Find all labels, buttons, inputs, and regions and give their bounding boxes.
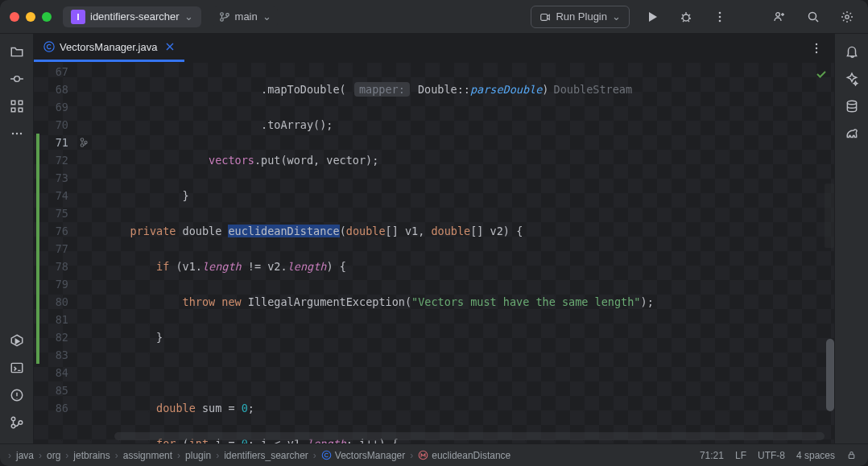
ai-assistant-tool-button[interactable]	[841, 68, 863, 90]
breadcrumb[interactable]: ›identifiers_searcher	[214, 450, 308, 461]
svg-point-7	[719, 19, 721, 22]
right-tool-strip	[834, 34, 868, 443]
java-class-icon	[43, 41, 55, 52]
svg-point-8	[776, 12, 780, 16]
editor-tab-active[interactable]: VectorsManager.java	[34, 34, 184, 62]
chevron-down-icon: ⌄	[612, 10, 621, 23]
svg-rect-15	[19, 108, 23, 112]
run-config-selector[interactable]: Run Plugin ⌄	[531, 6, 630, 28]
tab-filename: VectorsManager.java	[60, 41, 157, 53]
left-tool-strip	[0, 34, 34, 443]
git-branch-selector[interactable]: main ⌄	[213, 6, 278, 27]
svg-point-26	[816, 47, 817, 48]
svg-rect-14	[11, 108, 15, 112]
readonly-lock-icon[interactable]	[846, 450, 857, 460]
svg-point-6	[719, 15, 721, 18]
svg-rect-3	[541, 14, 548, 20]
chevron-down-icon: ⌄	[262, 10, 271, 23]
breadcrumb[interactable]: ›java	[6, 450, 34, 461]
run-config-icon	[539, 11, 551, 23]
debug-button[interactable]	[675, 6, 697, 28]
error-stripe[interactable]	[825, 184, 834, 248]
branch-icon	[219, 11, 230, 23]
analysis-ok-icon[interactable]	[815, 68, 828, 80]
code-editor[interactable]: 6768697071727374757677787980818283848586…	[34, 63, 834, 443]
svg-rect-19	[11, 363, 23, 372]
svg-point-0	[220, 12, 223, 15]
svg-rect-12	[11, 101, 15, 105]
structure-tool-button[interactable]	[6, 95, 28, 118]
svg-point-2	[225, 13, 229, 16]
horizontal-scrollbar[interactable]	[114, 432, 825, 440]
file-encoding[interactable]: UTF-8	[758, 450, 785, 461]
svg-point-21	[11, 417, 15, 421]
caret-position[interactable]: 71:21	[700, 450, 724, 461]
project-tool-button[interactable]	[6, 40, 28, 63]
code-with-me-button[interactable]	[768, 6, 791, 28]
svg-point-27	[816, 51, 817, 52]
run-config-label: Run Plugin	[556, 10, 607, 23]
tab-more-button[interactable]	[805, 37, 828, 60]
fold-gutter[interactable]	[76, 63, 101, 443]
svg-point-22	[11, 424, 15, 428]
svg-point-5	[719, 11, 721, 14]
breadcrumb[interactable]: ›plugin	[176, 450, 211, 461]
svg-point-9	[809, 12, 816, 19]
search-everywhere-button[interactable]	[802, 6, 825, 28]
more-tool-button[interactable]	[6, 122, 28, 145]
titlebar: I identifiers-searcher ⌄ main ⌄ Run Plug…	[0, 0, 868, 34]
terminal-tool-button[interactable]	[6, 357, 28, 379]
code-content[interactable]: .mapToDouble( mapper: Double::parseDoubl…	[101, 63, 834, 443]
vcs-tool-button[interactable]	[6, 411, 28, 434]
project-name: identifiers-searcher	[90, 10, 180, 23]
editor-tabs: VectorsManager.java	[34, 34, 834, 63]
breadcrumb[interactable]: ›assignment	[114, 450, 172, 461]
commit-tool-button[interactable]	[6, 68, 28, 90]
close-tab-button[interactable]	[165, 42, 175, 52]
svg-rect-13	[19, 101, 23, 105]
notifications-tool-button[interactable]	[841, 40, 863, 63]
status-bar: ›java ›org ›jetbrains ›assignment ›plugi…	[0, 443, 868, 466]
indent-widget[interactable]: 4 spaces	[796, 450, 835, 461]
svg-point-24	[44, 42, 54, 52]
svg-point-32	[322, 451, 331, 460]
more-actions-button[interactable]	[709, 6, 731, 28]
svg-rect-34	[849, 455, 854, 459]
line-number-gutter[interactable]: 6768697071727374757677787980818283848586	[39, 63, 76, 443]
run-button[interactable]	[641, 6, 663, 28]
svg-point-17	[15, 133, 17, 134]
database-tool-button[interactable]	[841, 95, 863, 118]
minimize-window-button[interactable]	[26, 12, 35, 22]
svg-point-25	[816, 43, 817, 44]
project-icon: I	[71, 10, 85, 24]
vertical-scrollbar[interactable]	[826, 339, 834, 411]
svg-point-4	[683, 14, 689, 21]
breadcrumb-class[interactable]: › VectorsManager	[312, 450, 405, 461]
gradle-tool-button[interactable]	[841, 122, 863, 145]
svg-point-10	[845, 14, 849, 18]
breadcrumb-method[interactable]: › euclideanDistance	[408, 450, 510, 461]
chevron-down-icon: ⌄	[184, 10, 193, 23]
svg-point-1	[220, 18, 223, 21]
svg-point-11	[14, 76, 19, 82]
branch-name: main	[235, 10, 258, 23]
svg-point-29	[81, 144, 84, 147]
window-controls	[10, 12, 52, 22]
class-icon	[321, 450, 332, 460]
breadcrumb[interactable]: ›org	[37, 450, 60, 461]
project-selector[interactable]: I identifiers-searcher ⌄	[63, 6, 201, 27]
problems-tool-button[interactable]	[6, 384, 28, 406]
settings-button[interactable]	[836, 6, 858, 28]
breadcrumb[interactable]: ›jetbrains	[64, 450, 110, 461]
method-icon	[418, 450, 428, 460]
vcs-change-gutter	[34, 63, 39, 443]
svg-point-31	[847, 101, 856, 105]
svg-point-33	[419, 451, 428, 460]
svg-point-28	[81, 138, 84, 142]
svg-point-16	[11, 133, 13, 134]
zoom-window-button[interactable]	[42, 12, 52, 22]
svg-point-18	[19, 133, 21, 134]
services-tool-button[interactable]	[6, 329, 28, 352]
close-window-button[interactable]	[10, 12, 19, 22]
line-separator[interactable]: LF	[735, 450, 746, 461]
